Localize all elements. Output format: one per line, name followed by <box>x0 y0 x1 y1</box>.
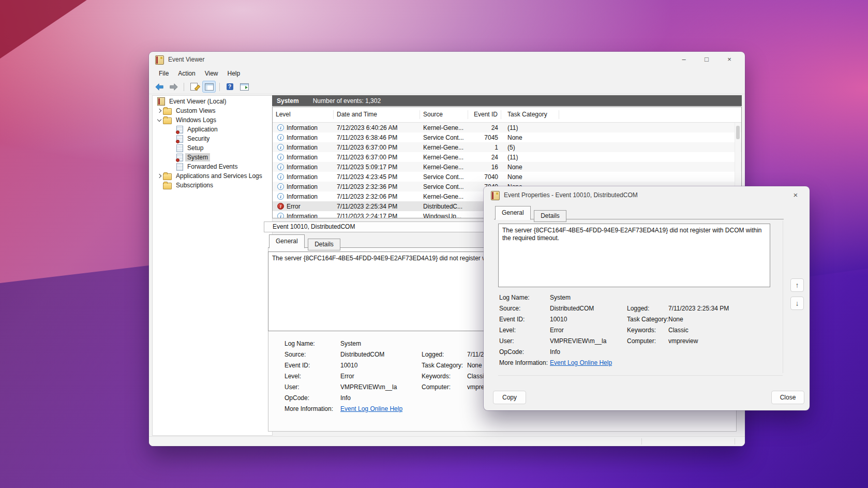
field-label: More Information: <box>499 358 550 368</box>
field-label: User: <box>285 382 340 393</box>
dialog-close-icon[interactable]: × <box>788 189 803 201</box>
window-titlebar[interactable]: Event Viewer – □ × <box>149 52 745 67</box>
tree-item-event-viewer-local[interactable]: Event Viewer (Local) <box>153 97 272 106</box>
open-saved-log-button[interactable] <box>188 81 200 92</box>
back-button[interactable] <box>153 81 166 92</box>
toolbar: ? <box>149 80 745 94</box>
next-event-button[interactable]: ↓ <box>790 297 804 310</box>
close-button[interactable]: × <box>718 52 741 67</box>
info-level-icon: i <box>277 154 284 160</box>
folder-icon <box>163 117 172 124</box>
tree-item-label: Custom Views <box>174 107 217 115</box>
show-console-tree-button[interactable] <box>202 81 216 93</box>
level-text: Information <box>287 124 318 131</box>
dialog-content-divider <box>498 375 783 376</box>
field-value: vmpreview <box>668 336 779 347</box>
task-category-text: None <box>501 134 559 141</box>
dialog-close-button[interactable]: Close <box>771 391 804 404</box>
source-text: Kernel-Gene... <box>420 164 468 171</box>
event-id-text: 24 <box>468 124 501 131</box>
tree-item-custom-views[interactable]: Custom Views <box>153 106 272 115</box>
column-header-source[interactable]: Source <box>420 110 468 119</box>
document-icon <box>190 83 198 91</box>
up-arrow-icon: ↑ <box>796 281 799 289</box>
source-text: DistributedC... <box>420 203 468 210</box>
tree-item-label: Subscriptions <box>174 181 215 189</box>
field-value: 7/11/2023 2:25:34 PM <box>668 303 779 314</box>
menu-action[interactable]: Action <box>173 67 200 80</box>
tree-item-subscriptions[interactable]: Subscriptions <box>153 181 272 190</box>
field-label: User: <box>499 336 550 347</box>
scrollbar-thumb[interactable] <box>736 126 740 139</box>
field-label <box>627 347 668 358</box>
previous-event-button[interactable]: ↑ <box>790 278 804 292</box>
tree-item-forwarded-events[interactable]: Forwarded Events <box>153 162 272 171</box>
field-row: Event ID:10010Task Category:None <box>499 314 779 325</box>
field-label: More Information: <box>285 404 340 415</box>
field-label: Computer: <box>627 336 668 347</box>
tree-panel: Event Viewer (Local)Custom ViewsWindows … <box>152 95 273 436</box>
event-log-online-help-link[interactable]: Event Log Online Help <box>340 404 422 415</box>
column-header-date-and-time[interactable]: Date and Time <box>334 110 420 119</box>
forward-button[interactable] <box>168 81 180 92</box>
field-label <box>422 338 467 349</box>
tree-item-label: Windows Logs <box>174 116 218 124</box>
field-value <box>668 292 779 303</box>
minimize-button[interactable]: – <box>672 52 695 67</box>
event-row[interactable]: iInformation7/11/2023 6:38:46 PMService … <box>273 132 741 142</box>
log-icon <box>176 144 183 152</box>
tab-details[interactable]: Details <box>534 210 566 222</box>
tree-item-label: Security <box>185 135 212 143</box>
datetime-text: 7/12/2023 6:40:26 AM <box>334 124 420 131</box>
event-row[interactable]: iInformation7/12/2023 6:40:26 AMKernel-G… <box>273 123 741 132</box>
field-label: Computer: <box>422 382 467 393</box>
field-label: Keywords: <box>627 325 668 336</box>
chevron-right-icon[interactable] <box>156 109 163 112</box>
event-row[interactable]: iInformation7/11/2023 6:37:00 PMKernel-G… <box>273 152 741 162</box>
tab-general[interactable]: General <box>269 234 305 248</box>
tab-details[interactable]: Details <box>308 239 340 250</box>
chevron-right-icon[interactable] <box>156 174 163 178</box>
console-tree-icon <box>205 83 214 91</box>
column-header-level[interactable]: Level <box>273 110 334 119</box>
show-action-pane-button[interactable] <box>238 81 250 92</box>
help-button[interactable]: ? <box>223 81 236 92</box>
tree-item-windows-logs[interactable]: Windows Logs <box>153 115 272 125</box>
tree-item-application[interactable]: Application <box>153 125 272 134</box>
tree-item-applications-and-services-logs[interactable]: Applications and Services Logs <box>153 171 272 181</box>
tree-item-security[interactable]: Security <box>153 134 272 143</box>
datetime-text: 7/11/2023 2:25:34 PM <box>334 203 420 210</box>
list-header-event-count: Number of events: 1,302 <box>313 97 381 105</box>
column-header-event-id[interactable]: Event ID <box>468 110 501 119</box>
field-value: VMPREVIEW\m__la <box>550 336 627 347</box>
level-text: Information <box>287 173 318 181</box>
field-label: Log Name: <box>499 292 550 303</box>
task-category-text: (11) <box>501 154 559 161</box>
window-title: Event Viewer <box>168 52 204 67</box>
menu-help[interactable]: Help <box>223 67 245 80</box>
maximize-button[interactable]: □ <box>695 52 718 67</box>
event-log-online-help-link[interactable]: Event Log Online Help <box>550 358 627 368</box>
datetime-text: 7/11/2023 5:09:17 PM <box>334 164 420 171</box>
event-row[interactable]: iInformation7/11/2023 4:23:45 PMService … <box>273 172 741 182</box>
event-row[interactable]: iInformation7/11/2023 5:09:17 PMKernel-G… <box>273 162 741 172</box>
field-label <box>627 358 668 368</box>
menu-view[interactable]: View <box>200 67 223 80</box>
event-id-text: 16 <box>468 164 501 171</box>
dialog-tabs: General Details <box>494 206 784 219</box>
help-icon: ? <box>227 83 233 90</box>
copy-button[interactable]: Copy <box>493 391 526 404</box>
tree-item-setup[interactable]: Setup <box>153 143 272 153</box>
chevron-down-icon[interactable] <box>156 119 163 121</box>
field-row: Source:DistributedCOMLogged:7/11/2023 2:… <box>499 303 779 314</box>
event-row[interactable]: iInformation7/11/2023 6:37:00 PMKernel-G… <box>273 142 741 152</box>
level-text: Information <box>287 193 318 200</box>
menu-file[interactable]: File <box>154 67 173 80</box>
info-level-icon: i <box>277 134 284 141</box>
tree-item-system[interactable]: System <box>153 153 272 162</box>
tab-general[interactable]: General <box>495 206 531 220</box>
dialog-titlebar[interactable]: Event Properties - Event 10010, Distribu… <box>484 186 810 204</box>
column-header-task-category[interactable]: Task Category <box>501 110 559 119</box>
event-id-text: 24 <box>468 154 501 161</box>
event-message-box[interactable]: The server {8CFC164F-4BE5-4FDD-94E9-E2AF… <box>498 224 770 287</box>
